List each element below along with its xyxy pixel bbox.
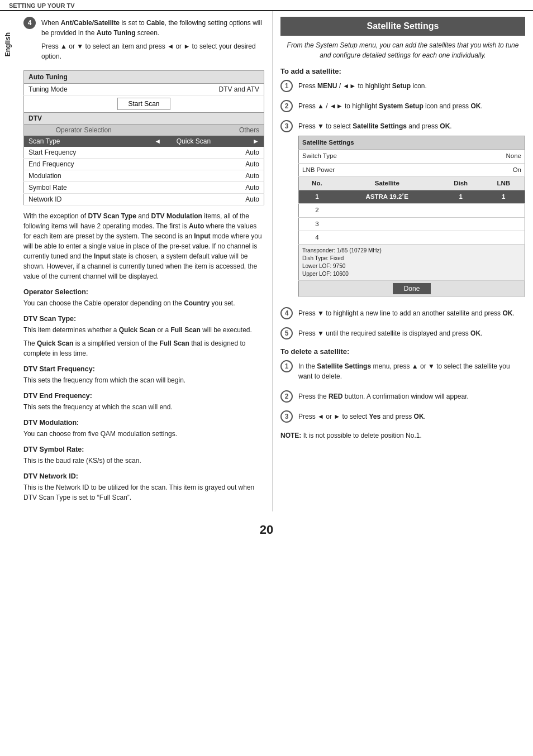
switch-type-label: Switch Type xyxy=(299,150,439,163)
tuning-mode-value: DTV and ATV xyxy=(144,84,264,95)
sat-row-4: 4 xyxy=(299,231,525,244)
auto-tuning-table: Auto Tuning Tuning Mode DTV and ATV Star… xyxy=(23,70,264,205)
add-step-4-circle: 4 xyxy=(280,307,293,319)
note-content: It is not possible to delete position No… xyxy=(301,432,421,439)
dtv-modulation-ref: DTV Modulation xyxy=(151,212,202,220)
to-delete-heading: To delete a satellite: xyxy=(280,347,525,356)
symbol-rate-value: Auto xyxy=(144,182,264,194)
country-ref: Country xyxy=(184,299,210,307)
dtv-label: DTV xyxy=(24,113,264,125)
sat-row1-lnb: 1 xyxy=(482,190,525,204)
add-step-2-text: Press ▲ / ◄► to highlight System Setup i… xyxy=(298,100,525,114)
del-step-1-circle: 1 xyxy=(280,360,293,372)
sat-done-row: Done xyxy=(299,281,525,297)
operator-selection-row: Operator Selection Others xyxy=(24,125,264,136)
add-step-2-circle: 2 xyxy=(280,100,293,112)
sat-table-header: Satellite Settings xyxy=(299,136,525,150)
sat-row3-no: 3 xyxy=(299,217,335,231)
input-ref: Input xyxy=(194,232,210,240)
network-id-label: Network ID xyxy=(24,194,144,205)
sat-info-row: Transponder: 1/85 (10729 MHz) Dish Type:… xyxy=(299,245,525,281)
sat-row-1: 1 ASTRA 19.2ʼE 1 1 xyxy=(299,190,525,204)
tuning-mode-label: Tuning Mode xyxy=(24,84,144,95)
start-scan-button[interactable]: Start Scan xyxy=(117,98,170,110)
del-step-2-text: Press the RED button. A confirmation win… xyxy=(298,390,525,405)
dtv-end-freq-text: This sets the frequency at which the sca… xyxy=(23,402,264,412)
ant-cable-satellite-label: Ant/Cable/Satellite xyxy=(61,19,120,27)
del-step-3-row: 3 Press ◄ or ► to select Yes and press O… xyxy=(280,410,525,425)
sat-info-text: Transponder: 1/85 (10729 MHz) Dish Type:… xyxy=(299,245,525,281)
full-scan-ref: Full Scan xyxy=(170,326,200,334)
auto-tuning-title: Auto Tuning xyxy=(24,71,264,84)
modulation-value: Auto xyxy=(144,170,264,182)
scan-type-label: Scan Type xyxy=(24,136,144,147)
input-ref2: Input xyxy=(94,252,110,260)
col-lnb: LNB xyxy=(482,176,525,190)
dtv-start-freq-text: This sets the frequency from which the s… xyxy=(23,375,264,385)
del-step-2-row: 2 Press the RED button. A confirmation w… xyxy=(280,390,525,405)
operator-label: Operator Selection xyxy=(24,125,144,136)
end-freq-value: Auto xyxy=(144,159,264,170)
sat-settings-intro: From the System Setup menu, you can add … xyxy=(280,40,525,60)
del-step-3-text: Press ◄ or ► to select Yes and press OK. xyxy=(298,410,525,425)
end-freq-label: End Frequency xyxy=(24,159,144,170)
start-scan-row: Start Scan xyxy=(24,95,264,113)
dtv-scan-type-text2: The Quick Scan is a simplified version o… xyxy=(23,338,264,358)
del-step-3-circle: 3 xyxy=(280,410,293,423)
end-freq-row: End Frequency Auto xyxy=(24,159,264,170)
scan-type-row: Scan Type ◄ Quick Scan ► xyxy=(24,136,264,147)
note-text: NOTE: It is not possible to delete posit… xyxy=(280,430,525,441)
dtv-modulation-heading: DTV Modulation: xyxy=(23,419,264,427)
page-header: SETTING UP YOUR TV xyxy=(0,0,533,11)
step-4-row: 4 When Ant/Cable/Satellite is set to Cab… xyxy=(23,17,264,65)
add-step-3-text: Press ▼ to select Satellite Settings and… xyxy=(298,120,525,302)
quick-scan-ref: Quick Scan xyxy=(119,326,155,334)
done-button[interactable]: Done xyxy=(393,283,431,294)
sat-row1-dish: 1 xyxy=(439,190,483,204)
add-step-3-circle: 3 xyxy=(280,120,293,132)
dtv-scan-type-ref: DTV Scan Type xyxy=(88,212,136,220)
auto-tuning-label: Auto Tuning xyxy=(97,29,136,37)
network-id-row: Network ID Auto xyxy=(24,194,264,205)
step-4-circle: 4 xyxy=(23,17,36,29)
dtv-row: DTV xyxy=(24,113,264,125)
operator-value: Others xyxy=(144,125,264,136)
sat-row1-no: 1 xyxy=(299,190,335,204)
scan-type-value: Quick Scan ► xyxy=(172,136,264,147)
sat-col-header-row: No. Satellite Dish LNB xyxy=(299,176,525,190)
col-no: No. xyxy=(299,176,335,190)
symbol-rate-label: Symbol Rate xyxy=(24,182,144,194)
sat-row2-no: 2 xyxy=(299,204,335,217)
add-step-3-row: 3 Press ▼ to select Satellite Settings a… xyxy=(280,120,525,302)
sat-row-2: 2 xyxy=(299,204,525,217)
network-id-value: Auto xyxy=(144,194,264,205)
lnb-power-label: LNB Power xyxy=(299,163,439,176)
dtv-end-freq-heading: DTV End Frequency: xyxy=(23,392,264,400)
sat-table-title: Satellite Settings xyxy=(299,136,525,150)
add-step-4-text: Press ▼ to highlight a new line to add a… xyxy=(298,307,525,322)
satellite-settings-title: Satellite Settings xyxy=(280,17,525,36)
main-content: 4 When Ant/Cable/Satellite is set to Cab… xyxy=(16,11,533,511)
dtv-scan-type-heading: DTV Scan Type: xyxy=(23,315,264,323)
to-add-heading: To add a satellite: xyxy=(280,67,525,75)
sat-row4-no: 4 xyxy=(299,231,335,244)
language-label: English xyxy=(4,32,12,56)
dtv-modulation-text: You can choose from five QAM modulation … xyxy=(23,429,264,439)
symbol-rate-row: Symbol Rate Auto xyxy=(24,182,264,194)
satellite-settings-table: Satellite Settings Switch Type None LNB … xyxy=(298,136,525,297)
add-step-2-row: 2 Press ▲ / ◄► to highlight System Setup… xyxy=(280,100,525,114)
add-step-1-row: 1 Press MENU / ◄► to highlight Setup ico… xyxy=(280,80,525,94)
modulation-row: Modulation Auto xyxy=(24,170,264,182)
op-sel-heading: Operator Selection: xyxy=(23,288,264,296)
step-4-text: When Ant/Cable/Satellite is set to Cable… xyxy=(41,17,264,65)
switch-type-value: None xyxy=(439,150,525,163)
left-column: 4 When Ant/Cable/Satellite is set to Cab… xyxy=(16,11,273,511)
header-title: SETTING UP YOUR TV xyxy=(9,2,75,9)
add-step-1-circle: 1 xyxy=(280,80,293,92)
auto-tuning-header-row: Auto Tuning xyxy=(24,71,264,84)
del-step-1-text: In the Satellite Settings menu, press ▲ … xyxy=(298,360,525,385)
right-column: Satellite Settings From the System Setup… xyxy=(273,11,533,511)
lnb-power-value: On xyxy=(439,163,525,176)
cable-label: Cable xyxy=(146,19,165,27)
start-freq-row: Start Frequency Auto xyxy=(24,147,264,159)
